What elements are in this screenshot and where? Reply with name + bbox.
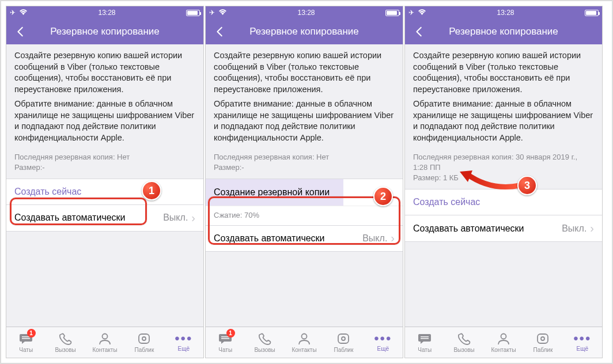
airplane-mode-icon: ✈︎ (209, 9, 215, 17)
back-button[interactable] (11, 19, 31, 44)
backup-notice: Обратите внимание: данные в облачном хра… (6, 97, 203, 148)
last-backup-line: Последняя резервная копия: Нет (214, 152, 395, 162)
backup-size-line: Размер:- (14, 162, 195, 173)
status-bar: ✈︎ 13:28 (6, 6, 203, 19)
wifi-icon (418, 9, 426, 17)
tab-bar: 1 Чаты Вызовы Контакты Паблик ••• Ещё (6, 327, 203, 358)
tab-calls-label: Вызовы (453, 347, 474, 353)
tab-more[interactable]: ••• Ещё (563, 327, 602, 358)
tab-public[interactable]: Паблик (324, 327, 363, 358)
backup-progress-row: Создание резервной копии Сжатие: 70% (206, 179, 403, 226)
tab-chats[interactable]: 1 Чаты (6, 327, 46, 358)
tab-contacts[interactable]: Контакты (85, 327, 124, 358)
svg-rect-13 (538, 334, 548, 343)
chevron-right-icon: › (391, 232, 395, 245)
tab-contacts[interactable]: Контакты (285, 327, 324, 358)
tab-calls[interactable]: Вызовы (46, 327, 85, 358)
tab-contacts-label: Контакты (491, 347, 516, 353)
tab-chats-label: Чаты (19, 347, 33, 353)
last-backup-info: Последняя резервная копия: Нет Размер:- (206, 149, 403, 179)
svg-point-2 (103, 334, 108, 339)
tab-more[interactable]: ••• Ещё (164, 327, 203, 358)
status-bar: ✈︎ 13:28 (405, 6, 602, 19)
more-icon: ••• (175, 333, 192, 344)
auto-backup-value: Выкл. (362, 233, 389, 244)
tab-chats[interactable]: Чаты (405, 327, 444, 358)
wifi-icon (19, 9, 28, 17)
svg-point-4 (142, 337, 146, 340)
tab-calls-label: Вызовы (55, 347, 75, 353)
svg-point-7 (302, 334, 307, 339)
backup-notice: Обратите внимание: данные в облачном хра… (206, 97, 403, 148)
auto-backup-value: Выкл. (163, 213, 190, 223)
step-marker-1: 1 (142, 181, 161, 200)
tab-bar: 1 Чаты Вызовы Контакты Паблик ••• Ещё (206, 327, 403, 358)
tab-calls[interactable]: Вызовы (444, 327, 483, 358)
tab-public-label: Паблик (533, 347, 553, 353)
tab-contacts[interactable]: Контакты (484, 327, 523, 358)
svg-point-14 (541, 337, 544, 340)
status-bar: ✈︎ 13:28 (206, 6, 403, 19)
svg-rect-8 (338, 334, 349, 343)
chevron-right-icon: › (191, 211, 195, 225)
phone-screen-1: ✈︎ 13:28 Резервное копирование Создайте … (6, 6, 204, 358)
content-area: Создайте резервную копию вашей истории с… (206, 44, 403, 327)
airplane-mode-icon: ✈︎ (408, 9, 414, 17)
auto-backup-label: Создавать автоматически (14, 213, 126, 223)
chevron-right-icon: › (590, 222, 594, 235)
backup-description: Создайте резервную копию вашей истории с… (206, 44, 403, 97)
battery-icon (186, 10, 200, 16)
compression-status: Сжатие: 70% (206, 206, 403, 225)
status-time: 13:28 (98, 9, 115, 17)
tab-public[interactable]: Паблик (124, 327, 164, 358)
page-title: Резервное копирование (50, 26, 160, 37)
svg-rect-6 (221, 338, 229, 339)
backup-description: Создайте резервную копию вашей истории с… (405, 44, 602, 97)
tab-more-label: Ещё (577, 346, 588, 352)
backup-notice: Обратите внимание: данные в облачном хра… (405, 97, 602, 148)
backup-description: Создайте резервную копию вашей истории с… (6, 44, 203, 97)
tab-chats-label: Чаты (418, 347, 432, 353)
last-backup-line: Последняя резервная копия: Нет (14, 152, 195, 162)
create-now-label: Создать сейчас (14, 187, 81, 197)
tab-public[interactable]: Паблик (523, 327, 562, 358)
auto-backup-label: Создавать автоматически (413, 223, 524, 234)
svg-rect-3 (139, 334, 149, 343)
tab-bar: Чаты Вызовы Контакты Паблик ••• Ещё (405, 327, 602, 358)
auto-backup-value: Выкл. (562, 223, 589, 234)
tab-contacts-label: Контакты (292, 347, 316, 353)
more-icon: ••• (573, 333, 591, 344)
tab-chats[interactable]: 1 Чаты (206, 327, 245, 358)
auto-backup-row[interactable]: Создавать автоматически Выкл. › (206, 225, 403, 252)
auto-backup-row[interactable]: Создавать автоматически Выкл. › (405, 215, 602, 242)
more-icon: ••• (374, 333, 392, 344)
screenshot-triptych: ✈︎ 13:28 Резервное копирование Создайте … (0, 0, 613, 364)
tab-more[interactable]: ••• Ещё (364, 327, 403, 358)
page-title: Резервное копирование (449, 26, 558, 37)
step-marker-3: 3 (517, 176, 537, 195)
creating-backup-label: Создание резервной копии (214, 187, 330, 198)
battery-icon (385, 10, 399, 16)
nav-header: Резервное копирование (6, 19, 203, 44)
status-time: 13:28 (297, 9, 315, 17)
auto-backup-row[interactable]: Создавать автоматически Выкл. › (6, 205, 203, 232)
wifi-icon (218, 9, 227, 17)
tab-chats-label: Чаты (218, 347, 232, 353)
back-button[interactable] (210, 19, 230, 44)
chats-badge: 1 (226, 329, 235, 338)
last-backup-date: Последняя резервная копия: 30 января 201… (413, 152, 594, 162)
chats-badge: 1 (27, 329, 36, 338)
battery-icon (585, 10, 599, 16)
status-time: 13:28 (497, 9, 514, 17)
phone-screen-2: ✈︎ 13:28 Резервное копирование Создайте … (205, 6, 403, 358)
back-button[interactable] (410, 19, 429, 44)
annotation-arrow (456, 168, 525, 197)
nav-header: Резервное копирование (405, 19, 602, 44)
svg-point-9 (342, 337, 345, 340)
last-backup-info: Последняя резервная копия: Нет Размер:- (6, 149, 203, 179)
create-now-button[interactable]: Создать сейчас (6, 179, 203, 205)
step-marker-2: 2 (373, 187, 393, 206)
tab-calls[interactable]: Вызовы (245, 327, 284, 358)
svg-point-12 (501, 334, 506, 339)
svg-rect-11 (421, 338, 429, 339)
